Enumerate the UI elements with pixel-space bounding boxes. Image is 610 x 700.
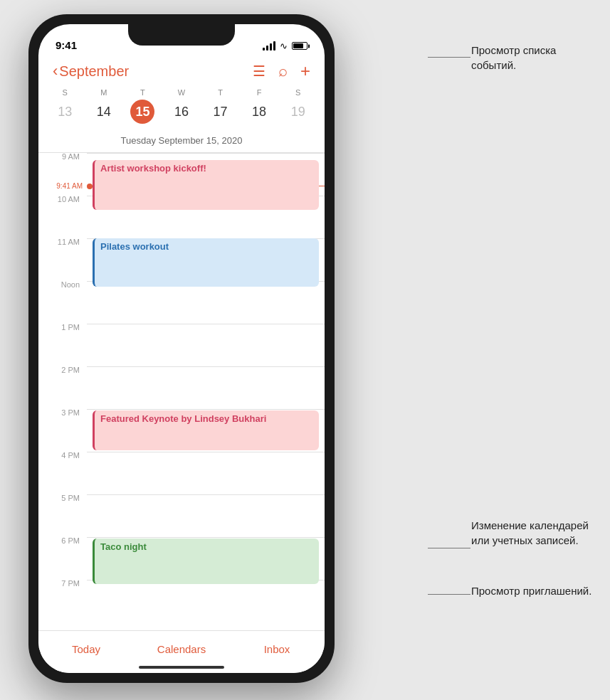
event-artist-workshop[interactable]: Artist workshop kickoff! bbox=[93, 160, 319, 210]
tab-calendars[interactable]: Calendars bbox=[134, 631, 229, 667]
event-title: Taco night bbox=[100, 541, 147, 552]
day-number-today: 15 bbox=[130, 100, 154, 124]
status-time: 9:41 bbox=[56, 39, 77, 51]
time-row-1pm: 1 PM bbox=[38, 324, 325, 332]
event-pilates-workout[interactable]: Pilates workout bbox=[93, 238, 319, 287]
annotation-calendars: Изменение календарей или учетных записей… bbox=[471, 518, 603, 548]
signal-icon bbox=[263, 41, 275, 51]
annotation-inbox-text: Просмотр приглашений. bbox=[471, 585, 591, 597]
day-letter: F bbox=[257, 88, 262, 97]
chevron-left-icon: ‹ bbox=[53, 62, 58, 80]
day-number: 16 bbox=[169, 100, 194, 124]
day-letter: S bbox=[63, 88, 68, 97]
event-title: Featured Keynote by Lindsey Bukhari bbox=[100, 413, 266, 424]
day-number: 13 bbox=[53, 100, 77, 124]
tab-today-label: Today bbox=[72, 643, 100, 655]
tab-inbox[interactable]: Inbox bbox=[229, 631, 325, 667]
time-label: 2 PM bbox=[38, 366, 87, 374]
current-time-label: 9:41 AM bbox=[38, 182, 87, 190]
time-row-4pm: 4 PM bbox=[38, 452, 325, 460]
annotation-list-view-text: Просмотр списка событий. bbox=[471, 44, 556, 71]
day-number: 17 bbox=[209, 100, 233, 124]
tab-inbox-label: Inbox bbox=[264, 643, 290, 655]
time-label: 6 PM bbox=[38, 537, 87, 545]
annotation-line-3 bbox=[428, 594, 470, 595]
time-label: 4 PM bbox=[38, 452, 87, 460]
time-label: 9 AM bbox=[38, 153, 87, 161]
search-button[interactable]: ⌕ bbox=[278, 62, 288, 80]
month-label: September bbox=[59, 63, 129, 80]
back-button[interactable]: ‹ September bbox=[53, 62, 129, 80]
time-label: 7 PM bbox=[38, 580, 87, 588]
day-letter: S bbox=[295, 88, 300, 97]
status-icons: ∿ bbox=[263, 41, 307, 51]
time-label: 11 AM bbox=[38, 238, 87, 246]
annotation-inbox: Просмотр приглашений. bbox=[471, 583, 603, 598]
time-label: 10 AM bbox=[38, 196, 87, 203]
day-letter: W bbox=[178, 88, 185, 97]
day-col-thu[interactable]: T 17 bbox=[201, 88, 240, 124]
time-label: 1 PM bbox=[38, 324, 87, 332]
event-title: Artist workshop kickoff! bbox=[100, 163, 206, 174]
scene: 9:41 ∿ ‹ Sep bbox=[0, 0, 610, 700]
annotation-list-view: Просмотр списка событий. bbox=[471, 43, 603, 73]
event-taco-night[interactable]: Taco night bbox=[93, 539, 319, 584]
time-label: 5 PM bbox=[38, 494, 87, 502]
calendar-header: ‹ September ☰ ⌕ + bbox=[38, 55, 325, 85]
day-col-wed[interactable]: W 16 bbox=[162, 88, 201, 124]
day-letter: M bbox=[100, 88, 107, 97]
day-number: 19 bbox=[286, 100, 310, 124]
day-col-sat[interactable]: S 19 bbox=[279, 88, 317, 124]
list-view-button[interactable]: ☰ bbox=[253, 63, 265, 80]
header-actions: ☰ ⌕ + bbox=[253, 61, 310, 81]
wifi-icon: ∿ bbox=[280, 41, 288, 51]
day-number: 18 bbox=[247, 100, 271, 124]
day-number: 14 bbox=[92, 100, 116, 124]
day-letter: T bbox=[140, 88, 145, 97]
day-col-fri[interactable]: F 18 bbox=[240, 88, 278, 124]
time-row-2pm: 2 PM bbox=[38, 366, 325, 374]
battery-icon bbox=[292, 42, 307, 50]
event-title: Pilates workout bbox=[100, 241, 169, 252]
selected-date-label: Tuesday September 15, 2020 bbox=[38, 135, 325, 146]
week-days-header: S 13 M 14 T 15 W 16 T 17 bbox=[38, 88, 325, 124]
event-featured-keynote[interactable]: Featured Keynote by Lindsey Bukhari bbox=[93, 410, 319, 450]
time-row-5pm: 5 PM bbox=[38, 494, 325, 502]
add-event-button[interactable]: + bbox=[300, 61, 310, 81]
day-letter: T bbox=[218, 88, 223, 97]
notch bbox=[128, 24, 235, 46]
annotation-calendars-text: Изменение календарей или учетных записей… bbox=[471, 519, 589, 546]
time-label: 3 PM bbox=[38, 409, 87, 417]
day-col-sun[interactable]: S 13 bbox=[46, 88, 84, 124]
day-col-mon[interactable]: M 14 bbox=[85, 88, 123, 124]
time-grid: 9 AM 10 AM 11 AM Noon 1 PM bbox=[38, 153, 325, 630]
tab-calendars-label: Calendars bbox=[157, 643, 206, 655]
day-col-tue[interactable]: T 15 bbox=[123, 88, 162, 124]
phone-frame: 9:41 ∿ ‹ Sep bbox=[28, 14, 335, 683]
time-label: Noon bbox=[38, 281, 87, 289]
home-indicator bbox=[139, 666, 224, 669]
annotation-line-1 bbox=[428, 57, 470, 58]
annotation-line-2 bbox=[428, 548, 470, 548]
tab-today[interactable]: Today bbox=[38, 631, 134, 667]
phone-screen: 9:41 ∿ ‹ Sep bbox=[38, 24, 325, 673]
current-time-dot bbox=[87, 184, 93, 189]
